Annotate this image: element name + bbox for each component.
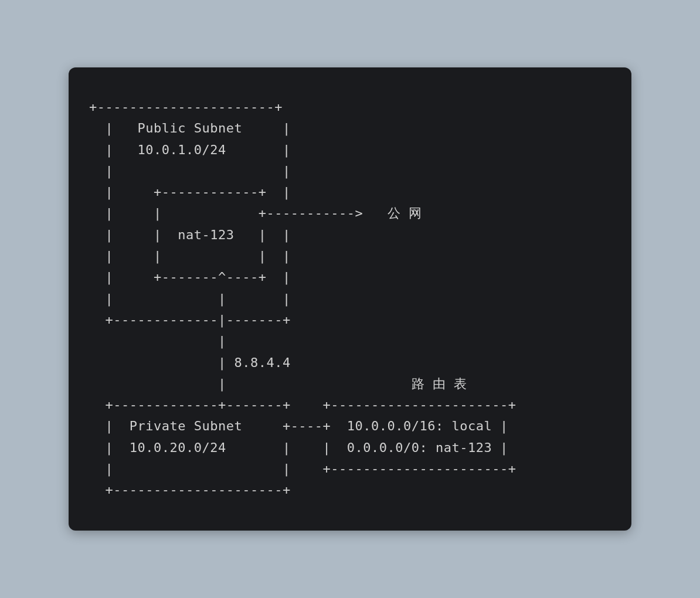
- diagram-line: | +------------+ |: [89, 185, 291, 199]
- diagram-line: | +-------^----+ |: [89, 270, 291, 284]
- diagram-line: | 10.0.20.0/24 | | 0.0.0.0/0: nat-123 |: [89, 440, 508, 455]
- diagram-line: +----------------------+: [89, 100, 283, 114]
- diagram-line: | Private Subnet +----+ 10.0.0.0/16: loc…: [89, 419, 508, 433]
- diagram-line: | 路 由 表: [89, 376, 467, 391]
- ascii-diagram: +----------------------+ | Public Subnet…: [89, 97, 611, 501]
- diagram-line: | | |: [89, 291, 291, 306]
- diagram-line: +-------------+-------+ +---------------…: [89, 397, 516, 412]
- terminal-window: +----------------------+ | Public Subnet…: [69, 67, 631, 531]
- diagram-line: +---------------------+: [89, 483, 291, 497]
- diagram-line: | | nat-123 | |: [89, 227, 291, 242]
- diagram-line: | Public Subnet |: [89, 121, 291, 135]
- diagram-line: | |: [89, 164, 291, 178]
- diagram-line: | | +-----------> 公 网: [89, 206, 422, 220]
- diagram-line: | | +----------------------+: [89, 461, 516, 476]
- diagram-line: +-------------|-------+: [89, 312, 291, 327]
- diagram-line: |: [89, 334, 226, 348]
- diagram-line: | | | |: [89, 249, 291, 263]
- diagram-line: | 10.0.1.0/24 |: [89, 142, 291, 157]
- diagram-line: | 8.8.4.4: [89, 355, 291, 370]
